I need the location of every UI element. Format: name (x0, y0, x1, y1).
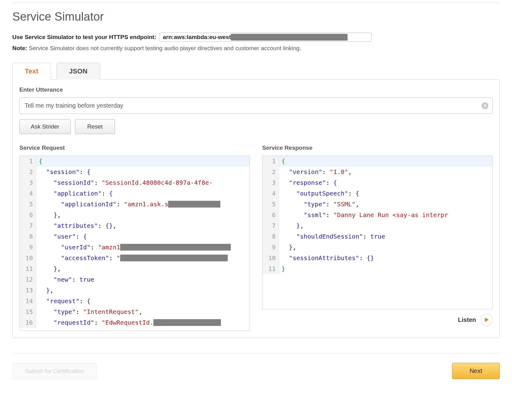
code-content: "response": { (279, 177, 337, 188)
submit-certification-button: Submit for Certification (12, 363, 96, 379)
line-number: 1 (20, 156, 36, 167)
line-number: 15 (20, 307, 36, 317)
tab-text[interactable]: Text (12, 63, 51, 80)
line-number: 4 (20, 188, 36, 199)
code-line: 13 }, (20, 285, 250, 296)
service-response-code[interactable]: 1{2 "version": "1.0",3 "response": {4 "o… (262, 156, 493, 309)
reset-button[interactable]: Reset (75, 119, 115, 134)
code-content: "applicationId": "amzn1.ask.s (36, 199, 220, 210)
endpoint-value: arn:aws:lambda:eu-west (163, 34, 231, 40)
code-content: }, (36, 210, 61, 220)
code-line: 11 }, (20, 263, 250, 274)
tab-json[interactable]: JSON (57, 63, 100, 80)
code-line: 5 "applicationId": "amzn1.ask.s (20, 199, 250, 210)
page-title: Service Simulator (12, 10, 500, 23)
redacted (168, 201, 220, 208)
next-button[interactable]: Next (452, 363, 500, 379)
code-content: "type": "IntentRequest", (36, 307, 142, 317)
service-request-label: Service Request (19, 145, 250, 151)
code-content: }, (36, 263, 61, 274)
action-buttons: Ask Strider Reset (19, 119, 493, 134)
code-content: } (279, 263, 285, 274)
code-content: "sessionAttributes": {} (279, 253, 374, 263)
utterance-label: Enter Utterance (19, 86, 493, 93)
redacted (120, 255, 228, 261)
code-content: }, (279, 220, 304, 231)
code-content: "version": "1.0", (279, 167, 352, 177)
service-request-code[interactable]: 1{2 "session": {3 "sessionId": "SessionI… (19, 156, 250, 331)
clear-utterance-icon[interactable]: ✕ (482, 102, 488, 109)
code-line: 1{ (262, 156, 492, 167)
line-number: 9 (262, 242, 279, 253)
code-line: 5 "type": "SSML", (262, 199, 492, 210)
line-number: 1 (262, 156, 279, 167)
code-line: 7 "attributes": {}, (20, 220, 250, 231)
code-line: 12 "new": true (20, 274, 250, 285)
code-content: { (279, 156, 285, 167)
line-number: 2 (262, 167, 279, 177)
line-number: 9 (20, 242, 36, 253)
code-line: 1{ (20, 156, 250, 167)
line-number: 10 (20, 253, 36, 263)
code-content: "application": { (36, 188, 113, 199)
code-content: "request": { (36, 296, 91, 307)
note-line: Note: Service Simulator does not current… (12, 45, 500, 52)
code-line: 8 "shouldEndSession": true (262, 231, 492, 242)
top-divider (12, 2, 500, 3)
play-button[interactable] (480, 314, 493, 326)
code-content: }, (36, 285, 53, 296)
code-content: "user": { (36, 231, 87, 242)
code-content: "session": { (36, 167, 91, 177)
code-content: "outputSpeech": { (279, 188, 359, 199)
code-line: 4 "outputSpeech": { (262, 188, 492, 199)
code-line: 2 "version": "1.0", (262, 167, 492, 177)
tabs: Text JSON (12, 63, 500, 80)
endpoint-box[interactable]: arn:aws:lambda:eu-west (160, 33, 372, 42)
line-number: 4 (262, 188, 279, 199)
svg-marker-0 (485, 318, 489, 322)
line-number: 8 (20, 231, 36, 242)
line-number: 6 (262, 210, 279, 220)
line-number: 8 (262, 231, 279, 242)
code-line: 4 "application": { (20, 188, 250, 199)
code-line: 16 "requestId": "EdwRequestId. (20, 317, 250, 328)
service-response-label: Service Response (262, 145, 493, 151)
code-line: 10 "sessionAttributes": {} (262, 253, 492, 263)
utterance-input[interactable] (19, 97, 493, 114)
line-number: 13 (20, 285, 36, 296)
code-line: 11} (262, 263, 492, 274)
line-number: 7 (262, 220, 279, 231)
line-number: 3 (262, 177, 279, 188)
note-text: Service Simulator does not currently sup… (27, 45, 301, 51)
code-content: "userId": "amzn1 (36, 242, 231, 253)
play-icon (484, 317, 489, 322)
line-number: 11 (262, 263, 279, 274)
code-line: 3 "sessionId": "SessionId.48080c4d-897a-… (20, 177, 250, 188)
line-number: 3 (20, 177, 36, 188)
listen-label: Listen (458, 316, 476, 323)
code-content: }, (279, 242, 296, 253)
code-line: 15 "type": "IntentRequest", (20, 307, 250, 317)
line-number: 16 (20, 317, 36, 328)
endpoint-intro: Use Service Simulator to test your HTTPS… (12, 33, 500, 42)
ask-button[interactable]: Ask Strider (19, 119, 71, 134)
line-number: 10 (262, 253, 279, 263)
listen-row: Listen (262, 314, 493, 326)
footer-row: Submit for Certification Next (12, 363, 500, 379)
utterance-wrap: ✕ (19, 97, 493, 114)
code-line: 8 "user": { (20, 231, 250, 242)
line-number: 11 (20, 263, 36, 274)
code-content: { (36, 156, 42, 167)
line-number: 6 (20, 210, 36, 220)
line-number: 14 (20, 296, 36, 307)
code-content: "type": "SSML", (279, 199, 359, 210)
service-request-column: Service Request 1{2 "session": {3 "sessi… (19, 145, 250, 331)
code-content: "shouldEndSession": true (279, 231, 385, 242)
code-line: 9 "userId": "amzn1 (20, 242, 250, 253)
code-content: "sessionId": "SessionId.48080c4d-897a-4f… (36, 177, 213, 188)
endpoint-intro-label: Use Service Simulator to test your HTTPS… (12, 34, 156, 41)
redacted (153, 319, 221, 326)
code-content: "new": true (36, 274, 94, 285)
code-content: "attributes": {}, (36, 220, 116, 231)
line-number: 5 (20, 199, 36, 210)
